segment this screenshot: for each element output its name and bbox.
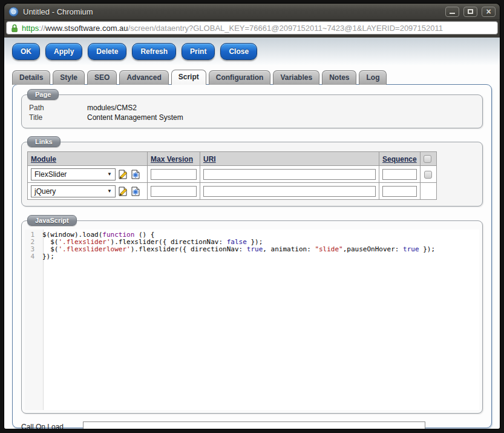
tab-configuration[interactable]: Configuration: [209, 70, 271, 85]
max-version-input[interactable]: [151, 186, 197, 197]
chevron-down-icon: ▼: [107, 171, 112, 177]
close-icon: ×: [486, 7, 491, 16]
url-separator: ://: [39, 24, 45, 33]
page-section: Page Path modules/CMS2 Title Content Man…: [21, 94, 483, 128]
column-header-select: [420, 152, 436, 166]
new-icon[interactable]: [130, 186, 141, 197]
edit-icon[interactable]: [117, 186, 128, 197]
column-header-uri: URI: [200, 152, 379, 166]
uri-input[interactable]: [203, 169, 376, 180]
call-on-load-input[interactable]: [83, 421, 425, 429]
close-button[interactable]: Close: [220, 43, 257, 60]
apply-button[interactable]: Apply: [45, 43, 82, 60]
url-host: www.stsoftware.com.au: [45, 24, 128, 33]
script-tab-panel: Page Path modules/CMS2 Title Content Man…: [12, 84, 492, 428]
minimize-icon: [450, 13, 455, 14]
links-legend: Links: [27, 136, 61, 147]
sequence-input[interactable]: [382, 169, 417, 180]
delete-button[interactable]: Delete: [88, 43, 126, 60]
link-row: jQuery ▼: [28, 183, 437, 200]
chevron-down-icon: ▼: [107, 188, 112, 194]
refresh-button[interactable]: Refresh: [132, 43, 176, 60]
select-all-checkbox[interactable]: [424, 155, 431, 163]
tab-variables[interactable]: Variables: [273, 70, 319, 85]
new-icon[interactable]: [130, 169, 141, 180]
page-title-row: Title Content Management System: [29, 113, 475, 122]
module-select-value: jQuery: [34, 187, 107, 196]
tab-advanced[interactable]: Advanced: [119, 70, 168, 85]
ok-button[interactable]: OK: [12, 43, 40, 60]
code-line: 3 $('.flexsliderlower').flexslider({ dir…: [25, 246, 479, 253]
window-title: Untitled - Chromium: [23, 7, 93, 16]
page-legend: Page: [27, 89, 59, 100]
line-number: 4: [25, 253, 39, 260]
links-header-row: Module Max Version URI Sequence: [28, 152, 437, 166]
page-path-row: Path modules/CMS2: [29, 103, 475, 113]
column-header-sequence: Sequence: [379, 152, 421, 166]
chromium-icon: [8, 7, 19, 17]
links-table: Module Max Version URI Sequence FlexSlid…: [27, 151, 437, 200]
javascript-legend: JavaScript: [27, 215, 77, 226]
title-value: Content Management System: [87, 113, 475, 122]
edit-icon[interactable]: [117, 169, 128, 180]
module-select-value: FlexSlider: [34, 170, 107, 179]
tab-bar: DetailsStyleSEOAdvancedScriptConfigurati…: [4, 65, 500, 85]
minimize-button[interactable]: [445, 7, 459, 17]
tab-log[interactable]: Log: [359, 70, 387, 85]
column-header-module: Module: [28, 152, 148, 166]
module-select[interactable]: FlexSlider ▼: [31, 168, 116, 180]
uri-input[interactable]: [203, 186, 376, 197]
path-label: Path: [29, 103, 87, 113]
link-row: FlexSlider ▼: [28, 166, 437, 183]
tab-style[interactable]: Style: [53, 70, 85, 85]
tab-seo[interactable]: SEO: [87, 70, 117, 85]
sequence-input[interactable]: [382, 186, 417, 197]
call-on-load-label: Call On Load: [21, 423, 83, 429]
print-button[interactable]: Print: [182, 43, 215, 60]
code-line: 4});: [25, 253, 479, 260]
path-value: modules/CMS2: [87, 103, 475, 113]
max-version-input[interactable]: [151, 169, 197, 180]
browser-window: Untitled - Chromium × https://www.stsoft…: [4, 4, 500, 429]
maximize-icon: [468, 9, 473, 14]
address-bar[interactable]: https://www.stsoftware.com.au/screen/dat…: [6, 21, 498, 35]
url-path: /screen/dataentry?GLOBAL_KEY=76661@20971…: [128, 24, 443, 33]
column-header-max-version: Max Version: [148, 152, 200, 166]
address-bar-row: https://www.stsoftware.com.au/screen/dat…: [4, 20, 500, 38]
url-scheme: https: [22, 24, 39, 33]
padlock-icon[interactable]: [11, 24, 18, 33]
tab-details[interactable]: Details: [12, 70, 50, 85]
title-label: Title: [29, 113, 87, 122]
maximize-button[interactable]: [463, 7, 477, 17]
tab-script[interactable]: Script: [171, 70, 206, 85]
tab-notes[interactable]: Notes: [322, 70, 356, 85]
title-bar[interactable]: Untitled - Chromium ×: [4, 4, 500, 20]
close-button[interactable]: ×: [482, 7, 496, 17]
links-section: Links Module Max Version URI Sequence: [21, 142, 483, 207]
web-page: OKApplyDeleteRefreshPrintClose DetailsSt…: [4, 38, 500, 429]
module-select[interactable]: jQuery ▼: [31, 185, 116, 197]
code-editor[interactable]: 1$(window).load(function () {2 $('.flexs…: [25, 230, 479, 410]
url-text: https://www.stsoftware.com.au/screen/dat…: [22, 24, 443, 33]
action-toolbar: OKApplyDeleteRefreshPrintClose: [4, 38, 500, 65]
javascript-section: JavaScript 1$(window).load(function () {…: [21, 220, 483, 414]
call-on-load-row: Call On Load: [21, 421, 483, 429]
row-checkbox[interactable]: [424, 171, 432, 179]
